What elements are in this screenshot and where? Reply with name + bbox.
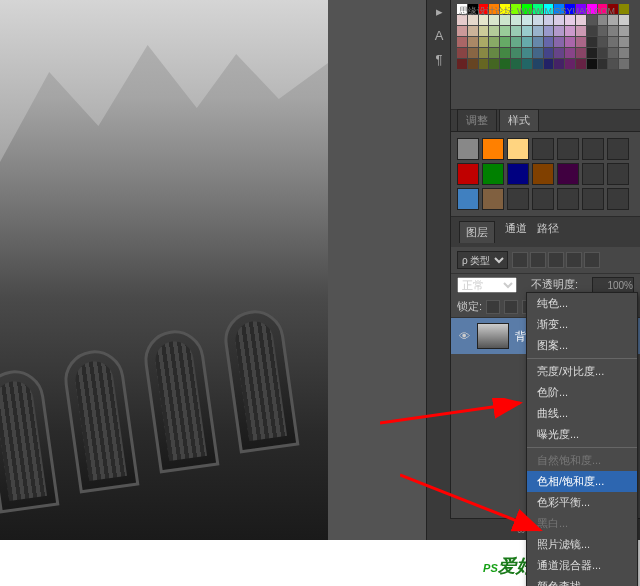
swatch[interactable] [554,26,564,36]
expand-icon[interactable]: ▸ [427,0,451,24]
filter-pixel-icon[interactable] [512,252,528,268]
swatch[interactable] [576,26,586,36]
filter-shape-icon[interactable] [566,252,582,268]
style-preset[interactable] [532,188,554,210]
blend-mode-select[interactable]: 正常 [457,277,517,293]
style-preset[interactable] [607,188,629,210]
swatch[interactable] [468,48,478,58]
swatch[interactable] [479,37,489,47]
swatch[interactable] [554,48,564,58]
swatch[interactable] [479,48,489,58]
tab-adjustments[interactable]: 调整 [457,109,497,131]
swatch[interactable] [608,59,618,69]
swatch[interactable] [619,4,629,14]
document-canvas[interactable] [0,0,328,540]
style-preset[interactable] [532,138,554,160]
style-preset[interactable] [582,163,604,185]
styles-grid[interactable] [457,138,634,210]
swatch[interactable] [533,59,543,69]
swatch[interactable] [587,48,597,58]
lock-pixels-icon[interactable] [504,300,518,314]
filter-smart-icon[interactable] [584,252,600,268]
menu-item[interactable]: 图案... [527,335,637,356]
swatch[interactable] [619,59,629,69]
paragraph-icon[interactable]: ¶ [427,48,451,72]
menu-item[interactable]: 纯色... [527,293,637,314]
style-preset[interactable] [557,163,579,185]
swatch[interactable] [544,37,554,47]
filter-adjust-icon[interactable] [530,252,546,268]
swatch[interactable] [522,26,532,36]
swatch[interactable] [500,37,510,47]
style-preset[interactable] [482,138,504,160]
layer-thumbnail[interactable] [477,323,509,349]
swatch[interactable] [489,37,499,47]
swatch[interactable] [619,26,629,36]
filter-type-select[interactable]: ρ 类型 [457,251,508,269]
swatch[interactable] [457,48,467,58]
adjustment-layer-context-menu[interactable]: 纯色...渐变...图案...亮度/对比度...色阶...曲线...曝光度...… [526,292,638,586]
style-preset[interactable] [482,163,504,185]
tab-styles[interactable]: 样式 [499,109,539,131]
style-preset[interactable] [482,188,504,210]
swatch[interactable] [533,37,543,47]
style-preset[interactable] [582,138,604,160]
swatch[interactable] [500,59,510,69]
swatch[interactable] [500,26,510,36]
swatch[interactable] [598,26,608,36]
style-preset[interactable] [507,188,529,210]
menu-item[interactable]: 曝光度... [527,424,637,445]
swatch[interactable] [619,37,629,47]
swatch[interactable] [489,48,499,58]
style-preset[interactable] [507,163,529,185]
style-preset[interactable] [607,138,629,160]
collapsed-panel-strip[interactable]: ▸ A ¶ [426,0,450,540]
swatch[interactable] [619,48,629,58]
menu-item[interactable]: 曲线... [527,403,637,424]
swatch[interactable] [576,48,586,58]
swatch[interactable] [565,48,575,58]
swatch[interactable] [511,26,521,36]
swatch[interactable] [479,26,489,36]
swatch[interactable] [468,37,478,47]
swatch[interactable] [565,59,575,69]
tab-channels[interactable]: 通道 [505,221,527,243]
style-preset[interactable] [532,163,554,185]
swatch[interactable] [457,59,467,69]
swatch[interactable] [544,48,554,58]
style-preset[interactable] [457,188,479,210]
swatch[interactable] [608,37,618,47]
opacity-input[interactable] [592,277,634,293]
menu-item[interactable]: 亮度/对比度... [527,361,637,382]
swatch[interactable] [544,26,554,36]
swatch[interactable] [511,59,521,69]
menu-item[interactable]: 渐变... [527,314,637,335]
swatch[interactable] [598,37,608,47]
swatch[interactable] [587,37,597,47]
swatch[interactable] [511,48,521,58]
swatch[interactable] [511,37,521,47]
swatch[interactable] [554,59,564,69]
swatch[interactable] [457,37,467,47]
swatch[interactable] [565,37,575,47]
style-preset[interactable] [507,138,529,160]
style-preset[interactable] [557,138,579,160]
swatch[interactable] [468,59,478,69]
swatch[interactable] [587,26,597,36]
style-preset[interactable] [607,163,629,185]
swatch[interactable] [522,48,532,58]
filter-text-icon[interactable] [548,252,564,268]
swatch[interactable] [489,59,499,69]
style-preset[interactable] [557,188,579,210]
swatch[interactable] [522,59,532,69]
swatch[interactable] [598,59,608,69]
lock-transparency-icon[interactable] [486,300,500,314]
style-preset[interactable] [457,138,479,160]
menu-item[interactable]: 颜色查找... [527,576,637,586]
swatch[interactable] [533,48,543,58]
swatch[interactable] [522,37,532,47]
swatch[interactable] [598,48,608,58]
swatch[interactable] [608,48,618,58]
swatch[interactable] [468,26,478,36]
visibility-icon[interactable]: 👁 [457,330,471,342]
